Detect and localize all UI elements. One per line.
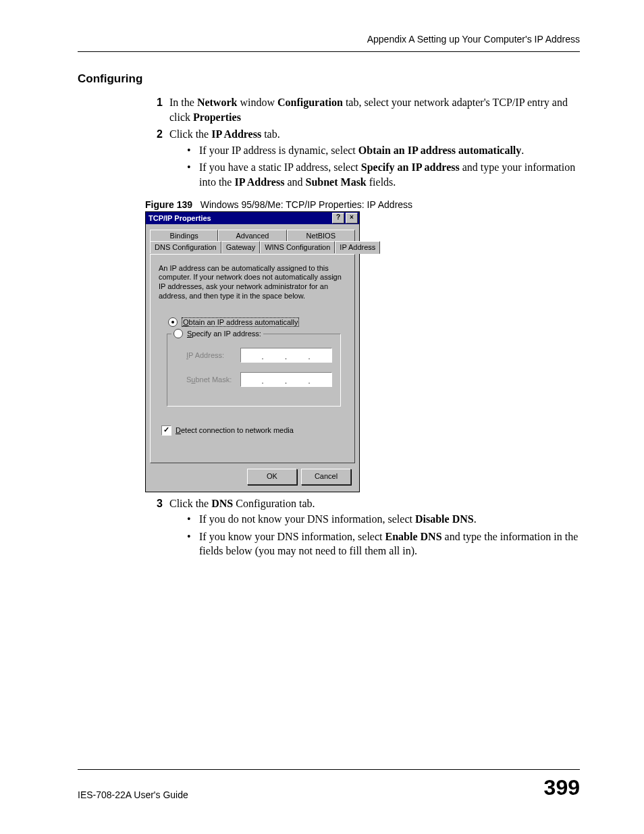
subnet-mask-label: Subnet Mask: [186,375,240,384]
page-footer: IES-708-22A User's Guide 399 [78,769,580,800]
tab-dns-configuration[interactable]: DNS Configuration [150,241,221,253]
tab-advanced[interactable]: Advanced [218,230,286,242]
radio-specify-label: Specify an IP address: [187,330,261,338]
radio-obtain[interactable] [168,317,178,327]
footer-guide: IES-708-22A User's Guide [78,789,188,800]
step-text: Click the IP Address tab. If your IP add… [169,127,580,192]
page-number: 399 [544,775,580,800]
section-title: Configuring [78,72,580,86]
cancel-button[interactable]: Cancel [301,469,351,485]
step-text: Click the DNS Configuration tab. If you … [169,496,580,561]
radio-specify[interactable] [173,329,183,338]
ip-address-input[interactable]: ... [240,348,332,363]
running-head: Appendix A Setting up Your Computer's IP… [78,34,580,52]
info-text: An IP address can be automatically assig… [159,264,346,301]
close-button[interactable]: × [346,213,358,224]
figure-caption: Figure 139 Windows 95/98/Me: TCP/IP Prop… [145,199,580,210]
ok-button[interactable]: OK [247,469,297,485]
tab-bindings[interactable]: Bindings [150,230,218,242]
ip-address-row: IP Address: ... [186,348,335,363]
bullet-obtain: If your IP address is dynamic, select Ob… [187,143,580,158]
specify-group: Specify an IP address: IP Address: ... S… [167,334,341,407]
bullet-specify: If you have a static IP address, select … [187,160,580,189]
subnet-mask-row: Subnet Mask: ... [186,372,335,387]
tab-panel: An IP address can be automatically assig… [150,254,355,463]
step-1: 1 In the Network window Configuration ta… [145,95,580,124]
step-text: In the Network window Configuration tab,… [169,95,580,124]
help-button[interactable]: ? [332,213,344,224]
bullet-enable-dns: If you know your DNS information, select… [187,529,580,558]
tab-ip-address[interactable]: IP Address [335,241,380,254]
ip-address-label: IP Address: [186,351,240,359]
step-2: 2 Click the IP Address tab. If your IP a… [145,127,580,192]
step-3: 3 Click the DNS Configuration tab. If yo… [145,496,580,561]
step-number: 1 [145,95,169,124]
dialog-title: TCP/IP Properties [149,214,331,222]
tab-wins-configuration[interactable]: WINS Configuration [260,241,335,253]
bullet-disable-dns: If you do not know your DNS information,… [187,512,580,527]
radio-specify-row[interactable]: Specify an IP address: [171,329,263,338]
step-number: 2 [145,127,169,192]
step-number: 3 [145,496,169,561]
radio-obtain-row[interactable]: Obtain an IP address automatically [168,317,346,327]
subnet-mask-input[interactable]: ... [240,372,332,387]
detect-row[interactable]: ✓ Detect connection to network media [161,425,346,436]
tab-netbios[interactable]: NetBIOS [287,230,355,242]
detect-checkbox[interactable]: ✓ [161,425,171,436]
tab-gateway[interactable]: Gateway [221,241,260,253]
dialog-titlebar[interactable]: TCP/IP Properties ? × [146,212,359,224]
radio-obtain-label: Obtain an IP address automatically [182,317,299,327]
detect-label: Detect connection to network media [176,426,294,434]
tcpip-dialog: TCP/IP Properties ? × Bindings Advanced … [145,211,360,492]
tab-strip: Bindings Advanced NetBIOS DNS Configurat… [150,230,355,254]
